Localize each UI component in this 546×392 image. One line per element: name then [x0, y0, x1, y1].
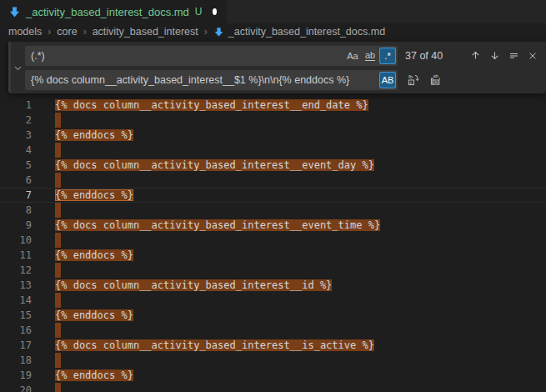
close-find-button[interactable] [524, 48, 541, 64]
match-case-toggle[interactable]: Aa [344, 48, 361, 64]
code-line[interactable]: 5{% docs column__activity_based_interest… [0, 158, 546, 173]
line-number: 4 [0, 143, 32, 158]
breadcrumb-item-file[interactable]: _activity_based_interest_docs.md [228, 26, 385, 38]
code-text: {% enddocs %} [55, 128, 133, 143]
line-number: 13 [0, 278, 32, 293]
line-number: 16 [0, 323, 32, 338]
find-in-selection-button[interactable] [505, 48, 522, 64]
find-match-highlight [55, 323, 61, 338]
regex-toggle[interactable]: .* [379, 48, 396, 64]
previous-match-button[interactable] [467, 48, 483, 64]
tab-activity-docs[interactable]: _activity_based_interest_docs.md U [0, 0, 227, 23]
selection-lines-icon [508, 50, 519, 61]
code-text: {% docs column__activity_based_interest_… [55, 98, 368, 113]
find-match-highlight: {% enddocs %} [55, 249, 133, 261]
svg-text:fb: fb [408, 73, 413, 79]
code-line[interactable]: 4 [0, 143, 546, 158]
find-match-highlight [55, 173, 61, 188]
find-match-highlight: {% docs column__activity_based_interest_… [55, 99, 368, 111]
code-line[interactable]: 17{% docs column__activity_based_interes… [0, 338, 546, 353]
find-match-highlight [55, 233, 61, 248]
find-match-highlight: {% docs column__activity_based_interest_… [55, 219, 380, 231]
editor[interactable]: (.*) Aa ab .* 37 of 40 [0, 40, 546, 392]
replace-icon: fb c [408, 73, 420, 86]
line-number: 15 [0, 308, 32, 323]
line-number: 20 [0, 383, 32, 392]
code-text [55, 383, 61, 392]
replace-button[interactable]: fb c [405, 72, 422, 88]
code-text: {% enddocs %} [55, 188, 133, 202]
unsaved-dot-icon[interactable] [213, 8, 217, 15]
code-line[interactable]: 7{% enddocs %} [0, 188, 546, 203]
find-input[interactable]: (.*) Aa ab .* [25, 46, 398, 66]
markdown-file-icon [8, 6, 21, 18]
whole-word-toggle[interactable]: ab [362, 48, 378, 64]
line-number: 18 [0, 353, 32, 368]
replace-input[interactable]: {% docs column__activity_based_interest_… [25, 70, 398, 90]
code-text [55, 173, 61, 188]
replace-value-text: {% docs column__activity_based_interest_… [31, 74, 378, 86]
regex-label: .* [384, 51, 390, 61]
line-number: 2 [0, 113, 32, 128]
code-text: {% enddocs %} [55, 308, 133, 323]
code-text [55, 113, 61, 128]
replace-all-button[interactable]: ab ac [428, 72, 444, 88]
svg-text:c: c [409, 80, 412, 85]
line-number: 6 [0, 173, 32, 188]
code-line[interactable]: 19{% enddocs %} [0, 368, 546, 383]
find-match-highlight: {% docs column__activity_based_interest_… [55, 159, 374, 171]
find-match-highlight: {% docs column__activity_based_interest_… [55, 279, 332, 291]
tab-bar: _activity_based_interest_docs.md U [0, 0, 546, 23]
find-row: (.*) Aa ab .* 37 of 40 [25, 46, 541, 66]
current-find-match: {% enddocs %} [55, 189, 133, 201]
breadcrumb-item-activity-based-interest[interactable]: activity_based_interest [93, 26, 198, 38]
code-text [55, 293, 61, 308]
code-text: {% enddocs %} [55, 368, 133, 383]
code-line[interactable]: 1{% docs column__activity_based_interest… [0, 98, 546, 113]
breadcrumb-item-models[interactable]: models [8, 26, 42, 38]
code-line[interactable]: 18 [0, 353, 546, 368]
tab-filename: _activity_based_interest_docs.md [26, 6, 189, 18]
replace-row: {% docs column__activity_based_interest_… [25, 70, 541, 90]
breadcrumb-item-core[interactable]: core [57, 26, 77, 38]
line-number: 8 [0, 203, 32, 218]
arrow-up-icon [470, 50, 481, 61]
code-line[interactable]: 10 [0, 233, 546, 248]
chevron-down-icon [13, 63, 23, 73]
code-line[interactable]: 16 [0, 323, 546, 338]
replace-all-icon: ab ac [430, 73, 443, 86]
line-number: 12 [0, 263, 32, 278]
code-text [55, 263, 61, 278]
svg-text:ab: ab [433, 73, 438, 78]
breadcrumb: models › core › activity_based_interest … [0, 23, 546, 40]
code-line[interactable]: 8 [0, 203, 546, 218]
code-line[interactable]: 9{% docs column__activity_based_interest… [0, 218, 546, 233]
code-line[interactable]: 13{% docs column__activity_based_interes… [0, 278, 546, 293]
line-number: 1 [0, 98, 32, 113]
find-results-count: 37 of 40 [405, 50, 457, 62]
whole-word-label: ab [365, 50, 375, 61]
find-match-highlight: {% enddocs %} [55, 129, 133, 141]
code-line[interactable]: 6 [0, 173, 546, 188]
next-match-button[interactable] [486, 48, 503, 64]
code-text [55, 233, 61, 248]
code-line[interactable]: 2 [0, 113, 546, 128]
preserve-case-toggle[interactable]: AB [379, 72, 396, 88]
code-text: {% docs column__activity_based_interest_… [55, 218, 380, 233]
line-number: 9 [0, 218, 32, 233]
find-match-highlight [55, 353, 61, 368]
vscode-window: _activity_based_interest_docs.md U model… [0, 0, 546, 392]
line-number: 3 [0, 128, 32, 143]
code-line[interactable]: 15{% enddocs %} [0, 308, 546, 323]
arrow-down-icon [489, 50, 500, 61]
code-line[interactable]: 3{% enddocs %} [0, 128, 546, 143]
toggle-replace-button[interactable] [11, 42, 25, 93]
code-line[interactable]: 12 [0, 263, 546, 278]
line-number: 5 [0, 158, 32, 173]
find-match-highlight: {% enddocs %} [55, 309, 133, 321]
code-line[interactable]: 20 [0, 383, 546, 392]
code-line[interactable]: 11{% enddocs %} [0, 248, 546, 263]
find-match-highlight: {% docs column__activity_based_interest_… [55, 339, 374, 351]
git-status-badge: U [195, 6, 203, 18]
code-line[interactable]: 14 [0, 293, 546, 308]
